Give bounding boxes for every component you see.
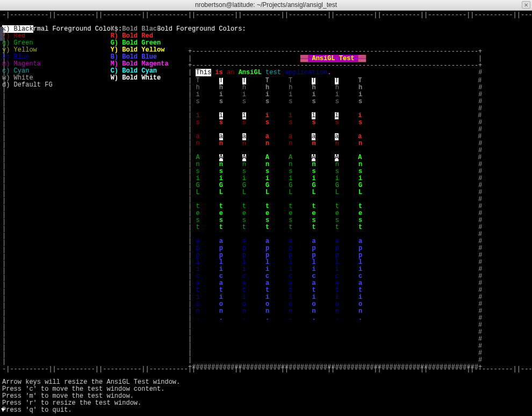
fg-item-k[interactable]: k) Black bbox=[2, 25, 33, 33]
fg-item-b[interactable]: b) Blue bbox=[2, 53, 29, 61]
ruler-top: -|----------||----------||----------||--… bbox=[2, 12, 530, 19]
test-sentence: | This is an AnsiGL test application. # bbox=[188, 69, 482, 76]
fg-item-W[interactable]: W) Bold White bbox=[111, 74, 161, 82]
ruler-bottom: -|----------||----------||----------||--… bbox=[2, 366, 532, 373]
corner-bottom-icon: ▼ bbox=[1, 407, 5, 414]
fg-item-c[interactable]: c) Cyan bbox=[2, 67, 29, 75]
scrollbar-thumb[interactable] bbox=[0, 27, 3, 41]
window-title: nrobertson@latitude: ~/Projects/ansigl/a… bbox=[195, 2, 337, 9]
banner-label: ▒▒ AnsiGL Test ▒▒ bbox=[300, 55, 366, 62]
fg-item-B[interactable]: B) Bold Blue bbox=[111, 53, 157, 61]
panel-fill: | #| #| bbox=[188, 322, 482, 364]
fg-item-Y[interactable]: Y) Bold Yellow bbox=[111, 46, 165, 54]
fg-item-y[interactable]: y) Yellow bbox=[2, 46, 37, 54]
fg-item-G[interactable]: G) Bold Green bbox=[111, 39, 161, 47]
window-titlebar: nrobertson@latitude: ~/Projects/ansigl/a… bbox=[0, 0, 532, 11]
fg-item-M[interactable]: M) Bold Magenta bbox=[111, 60, 169, 68]
fg-item-C[interactable]: C) Bold Cyan bbox=[111, 67, 157, 75]
fg-item-w[interactable]: w) White bbox=[2, 74, 33, 82]
fg-item-R[interactable]: R) Bold Red bbox=[111, 32, 153, 40]
fg-item-m[interactable]: m) Magenta bbox=[2, 60, 41, 68]
fg-item-d[interactable]: d) Default FG bbox=[2, 81, 53, 89]
fg-item-g[interactable]: g) Green bbox=[2, 39, 33, 47]
test-grid: | T T T T T T T T #| h h h h h h h h #| … bbox=[188, 77, 482, 322]
help-text: Arrow keys will resize the AnsiGL Test w… bbox=[2, 379, 180, 414]
help-line: Press 'q' to quit. bbox=[2, 407, 180, 414]
terminal: ▲ -|----------||----------||----------||… bbox=[0, 11, 532, 416]
fg-item-K[interactable]: K) Bold Black bbox=[111, 25, 161, 33]
ansigl-test-window: +---------------------------------------… bbox=[188, 48, 482, 371]
close-icon[interactable]: ✕ bbox=[522, 1, 530, 9]
left-gutter: | | | | | | | | | | | | | | | | | | | | … bbox=[2, 30, 6, 365]
bold-fg-header: Bold Foreground Colors: bbox=[149, 25, 246, 33]
